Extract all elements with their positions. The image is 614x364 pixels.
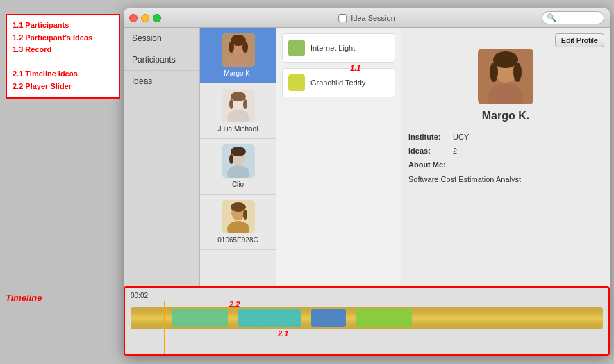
- ann-line-6: 2.2 Player Slider: [13, 81, 113, 93]
- svg-point-16: [231, 147, 246, 156]
- timeline-block-1[interactable]: [238, 309, 301, 327]
- annotation-box: 1.1 Participants 1.2 Participant's Ideas…: [6, 14, 120, 99]
- profile-ideas-label: Ideas:: [408, 144, 450, 158]
- svg-point-5: [229, 42, 234, 53]
- titlebar-center: Idea Session: [338, 14, 395, 22]
- timeline-label: Timeline: [6, 292, 42, 303]
- idea-internet-light[interactable]: Internet Light: [282, 33, 395, 63]
- timeline-track[interactable]: [131, 307, 603, 329]
- participant-margo-name: Margo K.: [224, 69, 252, 77]
- profile-ideas-row: Ideas: 2: [408, 144, 603, 158]
- participant-margo-avatar: [222, 33, 255, 67]
- search-input[interactable]: [556, 14, 605, 22]
- timeline-time: 00:02: [131, 292, 148, 299]
- profile-about-value: Software Cost Estimation Analyst: [408, 173, 603, 187]
- svg-point-6: [242, 42, 248, 53]
- profile-ideas-count: 2: [453, 144, 457, 158]
- timeline-cursor[interactable]: [164, 301, 165, 354]
- ann-line-1: 1.1 Participants: [13, 19, 113, 32]
- timeline-section: 00:02 2.2 2.1: [124, 286, 610, 356]
- svg-point-21: [231, 202, 246, 212]
- participant-clio-avatar: [222, 144, 255, 178]
- idea-internet-light-color: [288, 40, 305, 56]
- maximize-button[interactable]: [153, 14, 161, 22]
- idea-session-checkbox[interactable]: [338, 14, 347, 22]
- participant-clio[interactable]: Clio: [200, 139, 276, 195]
- svg-point-17: [229, 154, 233, 164]
- close-button[interactable]: [129, 14, 138, 22]
- search-icon: 🔍: [547, 13, 556, 22]
- profile-institute-value: UCY: [453, 131, 469, 144]
- participant-unknown-name: 01065E928C: [217, 236, 258, 244]
- minimize-button[interactable]: [141, 14, 149, 22]
- svg-point-26: [493, 51, 518, 68]
- profile-name: Margo K.: [482, 110, 529, 122]
- profile-about-label: About Me:: [408, 158, 450, 172]
- profile-institute-row: Institute: UCY: [408, 131, 603, 144]
- participant-julia[interactable]: Julia Michael: [200, 83, 276, 139]
- search-box[interactable]: 🔍: [542, 11, 604, 24]
- sidebar-item-ideas[interactable]: Ideas: [124, 71, 199, 92]
- svg-point-10: [231, 92, 246, 101]
- participant-julia-avatar: [222, 89, 255, 122]
- profile-photo: [478, 49, 533, 104]
- participant-unknown[interactable]: 01065E928C: [200, 195, 276, 250]
- idea-granchild-teddy-label: Granchild Teddy: [310, 78, 365, 87]
- svg-point-27: [490, 63, 498, 82]
- arrow-1-1-label: 1.1: [350, 64, 360, 72]
- svg-point-12: [243, 99, 247, 109]
- profile-about-row: About Me:: [408, 158, 603, 172]
- timeline-block-2[interactable]: [311, 309, 346, 327]
- ann-line-4: [13, 56, 113, 69]
- ann-line-3: 1.3 Record: [13, 44, 113, 56]
- idea-internet-light-label: Internet Light: [310, 44, 355, 52]
- sidebar-item-participants[interactable]: Participants: [124, 49, 199, 71]
- traffic-lights: [129, 14, 161, 22]
- timeline-ann-21: 2.1: [278, 329, 288, 338]
- sidebar-item-session[interactable]: Session: [124, 28, 199, 49]
- participant-margo[interactable]: Margo K.: [200, 28, 276, 83]
- profile-institute-label: Institute:: [408, 131, 450, 144]
- ann-line-5: 2.1 Timeline Ideas: [13, 68, 113, 81]
- ann-line-2: 1.2 Participant's Ideas: [13, 32, 113, 44]
- timeline-block-0[interactable]: [172, 309, 228, 327]
- svg-point-28: [513, 63, 522, 82]
- timeline-block-3[interactable]: [356, 309, 412, 327]
- svg-point-22: [243, 210, 247, 220]
- edit-profile-button[interactable]: Edit Profile: [555, 33, 604, 47]
- participant-unknown-avatar: [222, 200, 255, 233]
- idea-granchild-teddy[interactable]: Granchild Teddy: [282, 68, 395, 97]
- svg-point-11: [229, 99, 233, 109]
- participant-clio-name: Clio: [232, 181, 244, 188]
- profile-info: Institute: UCY Ideas: 2 About Me: Softwa…: [408, 131, 603, 187]
- participant-julia-name: Julia Michael: [218, 125, 258, 133]
- titlebar: Idea Session 🔍: [124, 8, 610, 28]
- idea-granchild-teddy-color: [288, 74, 305, 91]
- window-title: Idea Session: [351, 14, 395, 22]
